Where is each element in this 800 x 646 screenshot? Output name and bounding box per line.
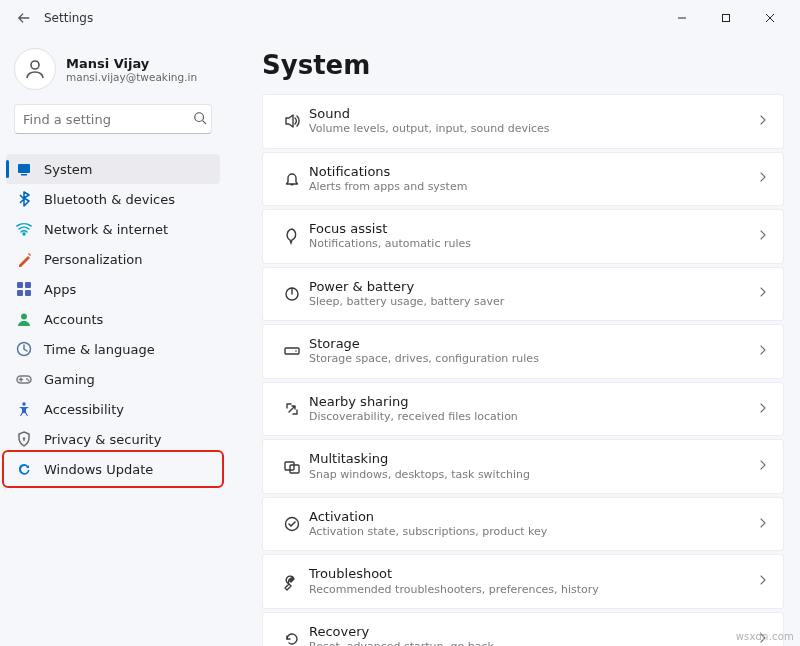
- sidebar-item-label: Gaming: [44, 372, 95, 387]
- sidebar-item-apps[interactable]: Apps: [6, 274, 220, 304]
- apps-icon: [16, 281, 32, 297]
- card-desc: Activation state, subscriptions, product…: [309, 525, 757, 539]
- card-desc: Recommended troubleshooters, preferences…: [309, 583, 757, 597]
- accessibility-icon: [16, 401, 32, 417]
- sidebar-item-label: Accessibility: [44, 402, 124, 417]
- sidebar-item-label: Windows Update: [44, 462, 153, 477]
- sidebar-item-system[interactable]: System: [6, 154, 220, 184]
- troubleshoot-icon: [275, 573, 309, 591]
- recovery-icon: [275, 630, 309, 646]
- back-button[interactable]: [14, 8, 34, 28]
- sidebar-item-label: Network & internet: [44, 222, 168, 237]
- window-title: Settings: [44, 11, 93, 25]
- sidebar-item-label: Apps: [44, 282, 76, 297]
- user-name: Mansi Vijay: [66, 56, 197, 71]
- card-title: Nearby sharing: [309, 394, 757, 410]
- card-title: Troubleshoot: [309, 566, 757, 582]
- card-desc: Reset, advanced startup, go back: [309, 640, 757, 646]
- sidebar-item-bluetooth-devices[interactable]: Bluetooth & devices: [6, 184, 220, 214]
- settings-list: SoundVolume levels, output, input, sound…: [262, 94, 784, 646]
- sidebar-item-privacy-security[interactable]: Privacy & security: [6, 424, 220, 454]
- settings-card-focus-assist[interactable]: Focus assistNotifications, automatic rul…: [262, 209, 784, 264]
- svg-line-6: [203, 120, 207, 124]
- settings-card-power-battery[interactable]: Power & batterySleep, battery usage, bat…: [262, 267, 784, 322]
- settings-card-storage[interactable]: StorageStorage space, drives, configurat…: [262, 324, 784, 379]
- sidebar-item-accessibility[interactable]: Accessibility: [6, 394, 220, 424]
- sidebar-item-time-language[interactable]: Time & language: [6, 334, 220, 364]
- sidebar-item-label: System: [44, 162, 92, 177]
- settings-card-notifications[interactable]: NotificationsAlerts from apps and system: [262, 152, 784, 207]
- search-icon: [193, 111, 207, 128]
- search-input[interactable]: [23, 112, 193, 127]
- titlebar: Settings: [0, 0, 800, 36]
- activation-icon: [275, 515, 309, 533]
- maximize-button[interactable]: [704, 4, 748, 32]
- svg-point-5: [195, 112, 204, 121]
- system-icon: [16, 161, 32, 177]
- sidebar-item-label: Accounts: [44, 312, 103, 327]
- page-title: System: [262, 50, 784, 80]
- card-desc: Storage space, drives, configuration rul…: [309, 352, 757, 366]
- svg-point-4: [31, 61, 39, 69]
- window-controls: [660, 4, 792, 32]
- focus-assist-icon: [275, 227, 309, 245]
- svg-rect-1: [723, 15, 730, 22]
- chevron-right-icon: [757, 344, 769, 359]
- sidebar-item-personalization[interactable]: Personalization: [6, 244, 220, 274]
- storage-icon: [275, 342, 309, 360]
- search-box[interactable]: [14, 104, 212, 134]
- card-title: Recovery: [309, 624, 757, 640]
- sidebar-item-label: Bluetooth & devices: [44, 192, 175, 207]
- card-desc: Volume levels, output, input, sound devi…: [309, 122, 757, 136]
- time-language-icon: [16, 341, 32, 357]
- chevron-right-icon: [757, 574, 769, 589]
- wifi-icon: [16, 221, 32, 237]
- sidebar-item-network-internet[interactable]: Network & internet: [6, 214, 220, 244]
- sidebar-item-label: Personalization: [44, 252, 143, 267]
- chevron-right-icon: [757, 171, 769, 186]
- chevron-right-icon: [757, 402, 769, 417]
- sidebar-item-label: Privacy & security: [44, 432, 161, 447]
- sidebar: Mansi Vijay mansi.vijay@tweaking.in Syst…: [0, 36, 226, 646]
- nav: SystemBluetooth & devicesNetwork & inter…: [0, 148, 226, 490]
- main-content: System SoundVolume levels, output, input…: [226, 36, 800, 646]
- settings-card-troubleshoot[interactable]: TroubleshootRecommended troubleshooters,…: [262, 554, 784, 609]
- sidebar-item-gaming[interactable]: Gaming: [6, 364, 220, 394]
- chevron-right-icon: [757, 114, 769, 129]
- card-title: Activation: [309, 509, 757, 525]
- chevron-right-icon: [757, 286, 769, 301]
- settings-card-activation[interactable]: ActivationActivation state, subscription…: [262, 497, 784, 552]
- nearby-icon: [275, 400, 309, 418]
- sidebar-item-accounts[interactable]: Accounts: [6, 304, 220, 334]
- card-title: Focus assist: [309, 221, 757, 237]
- settings-card-recovery[interactable]: RecoveryReset, advanced startup, go back: [262, 612, 784, 646]
- avatar: [14, 48, 56, 90]
- card-title: Power & battery: [309, 279, 757, 295]
- card-desc: Alerts from apps and system: [309, 180, 757, 194]
- card-desc: Discoverability, received files location: [309, 410, 757, 424]
- notifications-icon: [275, 170, 309, 188]
- card-title: Notifications: [309, 164, 757, 180]
- update-icon: [16, 461, 32, 477]
- chevron-right-icon: [757, 517, 769, 532]
- settings-card-sound[interactable]: SoundVolume levels, output, input, sound…: [262, 94, 784, 149]
- privacy-icon: [16, 431, 32, 447]
- close-button[interactable]: [748, 4, 792, 32]
- settings-card-multitasking[interactable]: MultitaskingSnap windows, desktops, task…: [262, 439, 784, 494]
- card-title: Sound: [309, 106, 757, 122]
- sound-icon: [275, 112, 309, 130]
- user-block[interactable]: Mansi Vijay mansi.vijay@tweaking.in: [0, 40, 226, 104]
- sidebar-item-label: Time & language: [44, 342, 155, 357]
- settings-card-nearby-sharing[interactable]: Nearby sharingDiscoverability, received …: [262, 382, 784, 437]
- bluetooth-icon: [16, 191, 32, 207]
- minimize-button[interactable]: [660, 4, 704, 32]
- multitask-icon: [275, 458, 309, 476]
- sidebar-item-windows-update[interactable]: Windows Update: [6, 454, 220, 484]
- chevron-right-icon: [757, 229, 769, 244]
- gaming-icon: [16, 371, 32, 387]
- card-title: Multitasking: [309, 451, 757, 467]
- chevron-right-icon: [757, 459, 769, 474]
- personalization-icon: [16, 251, 32, 267]
- accounts-icon: [16, 311, 32, 327]
- card-desc: Sleep, battery usage, battery saver: [309, 295, 757, 309]
